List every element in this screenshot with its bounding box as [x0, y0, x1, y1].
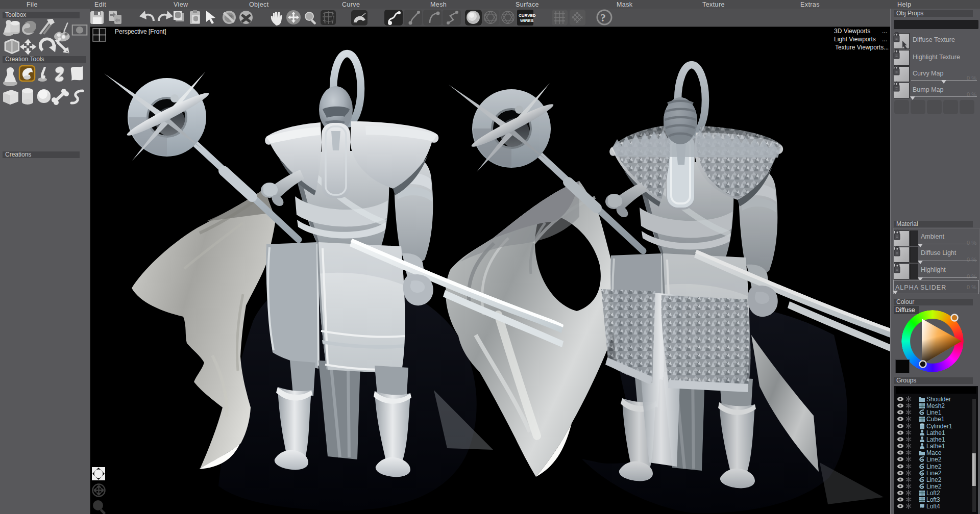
svg-text:Texture Viewports...: Texture Viewports...	[835, 44, 889, 51]
svg-text:Light Viewports: Light Viewports	[834, 36, 876, 43]
svg-text:Line2: Line2	[926, 483, 942, 490]
svg-text:Loft4: Loft4	[926, 503, 940, 509]
svg-text:?: ?	[600, 11, 606, 24]
svg-text:...: ...	[882, 36, 887, 43]
svg-text:Lathe1: Lathe1	[926, 429, 945, 436]
svg-text:Mesh2: Mesh2	[926, 402, 945, 409]
svg-text:Line2: Line2	[926, 463, 942, 470]
svg-text:Line1: Line1	[926, 409, 942, 416]
svg-text:Line2: Line2	[926, 476, 942, 483]
svg-text:Shoulder: Shoulder	[926, 396, 951, 402]
svg-text:Line2: Line2	[926, 470, 942, 476]
svg-text:...: ...	[882, 28, 887, 35]
svg-text:CURVED: CURVED	[519, 13, 536, 18]
svg-text:Cube1: Cube1	[926, 416, 945, 422]
svg-text:WIRES: WIRES	[520, 18, 534, 23]
svg-text:Mace: Mace	[926, 449, 942, 456]
svg-text:Loft2: Loft2	[926, 490, 940, 496]
svg-text:Line2: Line2	[926, 456, 942, 462]
svg-text:Loft3: Loft3	[926, 496, 940, 503]
svg-text:Lathe1: Lathe1	[926, 436, 945, 443]
svg-text:3D Viewports: 3D Viewports	[834, 28, 870, 35]
svg-text:Cylinder1: Cylinder1	[926, 423, 952, 429]
svg-text:Lathe1: Lathe1	[926, 443, 945, 449]
svg-text:Perspective [Front]: Perspective [Front]	[115, 28, 166, 35]
